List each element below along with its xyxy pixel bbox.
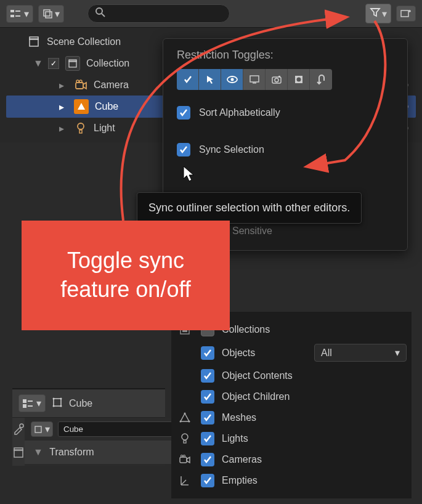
sort-label: Sort Alphabetically — [199, 107, 280, 118]
svg-rect-4 — [44, 10, 50, 16]
collection-label: Collection — [86, 58, 129, 69]
cameras-checkbox[interactable] — [201, 453, 214, 466]
filter-meshes-row[interactable]: Meshes — [176, 407, 407, 428]
filter-cameras-row[interactable]: Cameras — [176, 449, 407, 470]
svg-point-37 — [181, 455, 183, 457]
toggle-cursor[interactable] — [199, 69, 221, 90]
svg-point-38 — [184, 455, 185, 457]
annotation-text: Toggle sync feature on/off — [34, 246, 217, 304]
scene-tab-icon[interactable] — [13, 447, 24, 461]
svg-line-41 — [181, 480, 186, 485]
svg-rect-11 — [30, 39, 38, 46]
collection-checkbox[interactable] — [48, 58, 59, 69]
lights-checkbox[interactable] — [201, 432, 214, 445]
svg-point-18 — [78, 123, 84, 129]
properties-header: ▾ Cube — [12, 389, 165, 418]
editor-type-button[interactable]: ▾ — [18, 394, 46, 412]
view-layer-button[interactable]: ▾ — [38, 5, 64, 23]
toggle-indirect[interactable] — [310, 69, 332, 90]
chevron-down-icon: ▾ — [55, 8, 60, 20]
svg-rect-44 — [23, 404, 26, 408]
filter-label: Cameras — [222, 454, 262, 465]
sync-checkbox[interactable] — [177, 143, 190, 156]
light-filter-icon — [176, 433, 193, 445]
object-children-checkbox[interactable] — [201, 390, 214, 404]
svg-point-47 — [53, 397, 55, 399]
expand-arrow[interactable]: ▸ — [59, 101, 68, 113]
breadcrumb-label: Cube — [69, 398, 92, 409]
svg-rect-2 — [10, 15, 14, 17]
expand-arrow[interactable]: ▸ — [59, 79, 68, 91]
filter-lights-row[interactable]: Lights — [176, 428, 407, 449]
expand-arrow[interactable]: ▼ — [33, 58, 42, 69]
breadcrumb-icon — [52, 397, 63, 410]
sync-selection-row[interactable]: Sync Selection — [177, 139, 394, 160]
svg-point-28 — [296, 78, 301, 82]
camera-icon — [74, 78, 87, 92]
svg-point-49 — [53, 405, 55, 407]
svg-rect-3 — [15, 15, 20, 17]
search-input[interactable] — [87, 4, 230, 23]
svg-point-31 — [184, 413, 186, 415]
svg-rect-12 — [30, 37, 38, 39]
svg-rect-35 — [184, 441, 186, 443]
annotation-callout: Toggle sync feature on/off — [22, 221, 230, 330]
filter-empties-row[interactable]: Empties — [176, 470, 407, 491]
transform-panel-header[interactable]: ▼ Transform — [25, 441, 179, 464]
restriction-toggles — [177, 69, 394, 90]
svg-rect-22 — [250, 76, 259, 82]
svg-rect-42 — [23, 399, 26, 403]
sync-label: Sync Selection — [199, 144, 264, 155]
svg-point-51 — [20, 424, 23, 428]
svg-rect-43 — [28, 400, 33, 402]
object-name-field: ▾ — [25, 418, 179, 441]
empties-checkbox[interactable] — [201, 474, 214, 487]
item-label: Light — [94, 123, 115, 134]
sort-alphabetically-row[interactable]: Sort Alphabetically — [177, 102, 394, 123]
svg-rect-23 — [253, 83, 256, 84]
objects-checkbox[interactable] — [201, 346, 214, 360]
display-mode-button[interactable]: ▾ — [6, 5, 33, 23]
object-contents-checkbox[interactable] — [201, 369, 214, 383]
sensitive-label: Sensitive — [232, 222, 394, 240]
svg-rect-8 — [401, 10, 408, 17]
svg-point-6 — [96, 8, 102, 14]
svg-rect-52 — [14, 450, 23, 457]
tool-tab-icon[interactable] — [12, 423, 25, 437]
filter-button[interactable]: ▾ — [365, 4, 391, 23]
toggle-holdout[interactable] — [288, 69, 310, 90]
toggle-selectable[interactable] — [177, 69, 199, 90]
scene-icon — [27, 35, 41, 49]
expand-arrow: ▼ — [33, 447, 43, 457]
filter-object-contents-row[interactable]: Object Contents — [176, 365, 407, 386]
filter-objects-row[interactable]: Objects All ▾ — [176, 340, 407, 365]
filter-label: Objects — [222, 348, 255, 359]
new-collection-button[interactable] — [396, 6, 416, 22]
light-icon — [74, 121, 87, 135]
filter-object-children-row[interactable]: Object Children — [176, 386, 407, 407]
svg-rect-0 — [10, 10, 14, 12]
funnel-icon — [370, 7, 381, 20]
filter-label: Lights — [222, 433, 248, 444]
transform-label: Transform — [49, 447, 94, 457]
filter-label: Object Contents — [222, 370, 293, 381]
objects-filter-dropdown[interactable]: All ▾ — [314, 344, 407, 362]
toggle-visible[interactable] — [221, 69, 243, 90]
svg-point-32 — [189, 421, 190, 423]
toggle-render[interactable] — [266, 69, 288, 90]
item-label: Cube — [95, 101, 118, 112]
svg-rect-53 — [14, 448, 23, 450]
meshes-checkbox[interactable] — [201, 411, 214, 425]
sort-checkbox[interactable] — [177, 106, 190, 120]
filter-label: Object Children — [222, 391, 290, 402]
svg-rect-46 — [54, 399, 61, 406]
svg-rect-36 — [180, 457, 187, 463]
object-name-input[interactable] — [58, 421, 173, 437]
svg-line-7 — [102, 14, 105, 17]
object-datablock-button[interactable]: ▾ — [31, 421, 53, 437]
expand-arrow[interactable]: ▸ — [59, 123, 68, 134]
filter-categories-panel: Collections Objects All ▾ Object Content… — [171, 312, 412, 498]
toggle-viewport[interactable] — [243, 69, 266, 90]
mesh-filter-icon — [176, 412, 193, 423]
svg-point-21 — [230, 78, 233, 81]
